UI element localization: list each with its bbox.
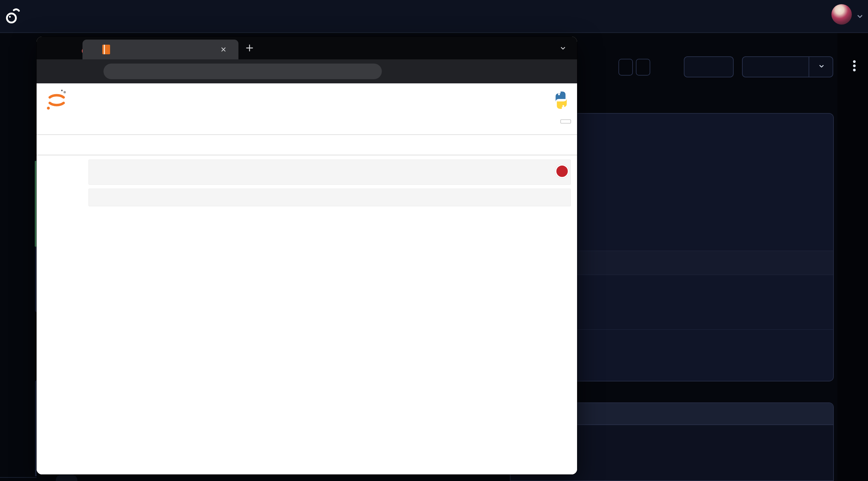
close-tab-icon[interactable] [219, 45, 228, 54]
tab-search-chevron-icon[interactable] [558, 44, 567, 53]
page-margin [837, 33, 868, 481]
clipped-previous-cell [90, 155, 360, 159]
jupyter-toolbar [37, 135, 577, 155]
hidden-element-fragment [56, 474, 78, 481]
lock-icon[interactable] [112, 67, 120, 75]
debugger-bug-icon[interactable] [537, 141, 547, 150]
toolbar-right [515, 135, 569, 155]
zoom-out-button[interactable] [618, 59, 633, 75]
zoom-in-button[interactable] [636, 59, 650, 75]
jupyter-logo [45, 89, 68, 111]
new-tab-button[interactable] [245, 43, 254, 53]
user-avatar[interactable] [831, 4, 852, 25]
notebook-favicon-icon [102, 45, 110, 54]
stop-workspace-button[interactable] [684, 56, 734, 77]
browser-tabstrip [37, 37, 577, 59]
code-cell[interactable] [89, 189, 571, 206]
chevron-down-icon[interactable] [816, 62, 827, 72]
url-bar[interactable] [103, 64, 382, 79]
back-icon[interactable] [46, 67, 56, 76]
external-link-icon[interactable] [522, 141, 531, 150]
share-icon[interactable] [348, 67, 358, 76]
coder-topbar [0, 0, 868, 33]
chevron-down-icon [71, 141, 79, 149]
notebook-content [37, 155, 577, 474]
jupyter-header [37, 83, 577, 117]
matplotlib-line-chart [90, 229, 413, 472]
code-cell[interactable] [89, 160, 571, 185]
python-logo [551, 89, 571, 111]
workspace-menu-kebab[interactable] [851, 59, 857, 77]
divider [809, 57, 809, 77]
browser-toolbar [37, 59, 577, 83]
forward-icon[interactable] [66, 67, 76, 76]
reload-icon[interactable] [86, 67, 96, 76]
jupyter-menubar [37, 117, 577, 135]
browser-window [37, 37, 577, 474]
browser-tab[interactable] [83, 40, 239, 59]
coder-logo[interactable] [5, 7, 21, 25]
restart-icon [752, 62, 761, 71]
restart-workspace-button[interactable] [742, 56, 833, 77]
trusted-button[interactable] [560, 119, 571, 124]
chevron-down-icon[interactable] [855, 11, 865, 22]
bookmark-star-icon[interactable] [367, 67, 376, 76]
kernel-status-icon [560, 141, 569, 150]
divider [0, 477, 37, 478]
cell-type-dropdown[interactable] [63, 141, 79, 149]
stop-square-icon [702, 63, 711, 71]
screen [0, 0, 868, 481]
notification-badge[interactable] [555, 164, 569, 178]
